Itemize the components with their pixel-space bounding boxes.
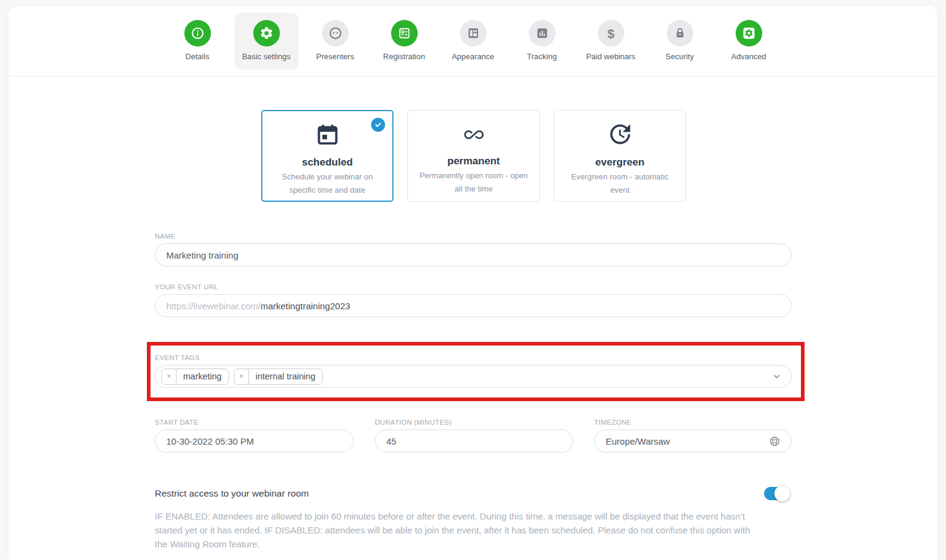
tag-label: marketing: [177, 372, 228, 381]
event-type-title: permanent: [447, 155, 500, 167]
name-value: Marketing training: [166, 250, 238, 260]
gear-icon: [253, 20, 280, 47]
event-url-input[interactable]: https://livewebinar.com/marketingtrainin…: [155, 294, 792, 317]
tag-chip: × marketing: [161, 369, 229, 385]
tab-details[interactable]: Details: [166, 13, 230, 69]
infinity-icon: [459, 125, 488, 147]
tab-label: Security: [666, 52, 694, 61]
name-input[interactable]: Marketing training: [155, 243, 792, 266]
tab-label: Tracking: [527, 52, 557, 61]
restrict-access-description: IF ENABLED: Attendees are allowed to joi…: [155, 509, 751, 551]
tab-label: Paid webinars: [586, 52, 636, 61]
event-type-title: scheduled: [302, 156, 352, 169]
name-label: NAME: [155, 233, 175, 240]
chevron-down-icon[interactable]: [772, 372, 782, 381]
duration-value: 45: [386, 436, 397, 446]
timezone-input[interactable]: Europe/Warsaw: [594, 430, 792, 452]
event-type-description: Evergreen room - automatic event: [562, 170, 678, 197]
tab-appearance[interactable]: Appearance: [441, 13, 505, 69]
tab-basic-settings[interactable]: Basic settings: [235, 13, 299, 69]
lock-icon: [667, 20, 693, 47]
event-type-permanent[interactable]: permanent Permanently open room - open a…: [407, 110, 540, 202]
form-icon: [391, 20, 418, 47]
advanced-gear-icon: [736, 20, 762, 47]
event-url-label: YOUR EVENT URL: [155, 283, 218, 291]
tab-security[interactable]: Security: [648, 13, 712, 69]
clock-refresh-icon: [607, 121, 633, 150]
start-date-input[interactable]: 10-30-2022 05:30 PM: [155, 430, 354, 452]
tag-label: internal training: [249, 372, 322, 381]
start-date-value: 10-30-2022 05:30 PM: [166, 436, 254, 446]
duration-label: DURATION (MINUTES): [375, 419, 452, 426]
settings-tab-bar: Details Basic settings Presenters Regist…: [8, 6, 938, 77]
start-date-label: START DATE: [155, 419, 198, 426]
tab-registration[interactable]: Registration: [372, 13, 436, 69]
tab-label: Appearance: [452, 52, 494, 61]
event-type-description: Permanently open room - open all the tim…: [416, 169, 532, 196]
event-type-evergreen[interactable]: evergreen Evergreen room - automatic eve…: [554, 110, 686, 202]
dollar-icon: $: [598, 20, 624, 47]
timezone-label: TIMEZONE: [594, 419, 632, 426]
event-type-scheduled[interactable]: scheduled Schedule your webinar on speci…: [261, 110, 394, 202]
tab-presenters[interactable]: Presenters: [303, 13, 368, 69]
event-tags-label: EVENT TAGS: [155, 354, 200, 361]
tab-tracking[interactable]: Tracking: [510, 13, 574, 69]
remove-tag-icon[interactable]: ×: [162, 369, 177, 384]
tab-label: Registration: [383, 52, 425, 61]
event-type-selector: scheduled Schedule your webinar on speci…: [261, 110, 686, 202]
layout-icon: [460, 20, 487, 47]
globe-icon: [769, 436, 780, 447]
duration-input[interactable]: 45: [375, 430, 573, 452]
tag-chip: × internal training: [234, 369, 323, 385]
settings-panel: Details Basic settings Presenters Regist…: [8, 6, 938, 560]
restrict-access-title: Restrict access to your webinar room: [155, 488, 309, 499]
face-icon: [322, 20, 349, 47]
remove-tag-icon[interactable]: ×: [235, 369, 249, 384]
tab-label: Basic settings: [242, 52, 290, 61]
event-url-value: marketingtraining2023: [261, 301, 350, 311]
selected-check-icon: [371, 118, 385, 132]
event-url-prefix: https://livewebinar.com/: [166, 301, 261, 311]
event-tags-input[interactable]: × marketing × internal training: [155, 365, 792, 388]
calendar-icon: [314, 121, 342, 151]
info-icon: [184, 20, 211, 47]
restrict-access-toggle[interactable]: [764, 487, 788, 500]
tab-label: Advanced: [731, 52, 766, 61]
tab-advanced[interactable]: Advanced: [717, 13, 781, 69]
event-type-title: evergreen: [595, 156, 644, 169]
tab-paid-webinars[interactable]: $ Paid webinars: [579, 13, 643, 69]
timezone-value: Europe/Warsaw: [606, 436, 670, 446]
event-type-description: Schedule your webinar on specific time a…: [270, 170, 386, 197]
bar-chart-icon: [529, 20, 556, 47]
toggle-knob: [774, 486, 790, 501]
tab-label: Details: [186, 52, 210, 61]
tab-label: Presenters: [316, 52, 354, 61]
